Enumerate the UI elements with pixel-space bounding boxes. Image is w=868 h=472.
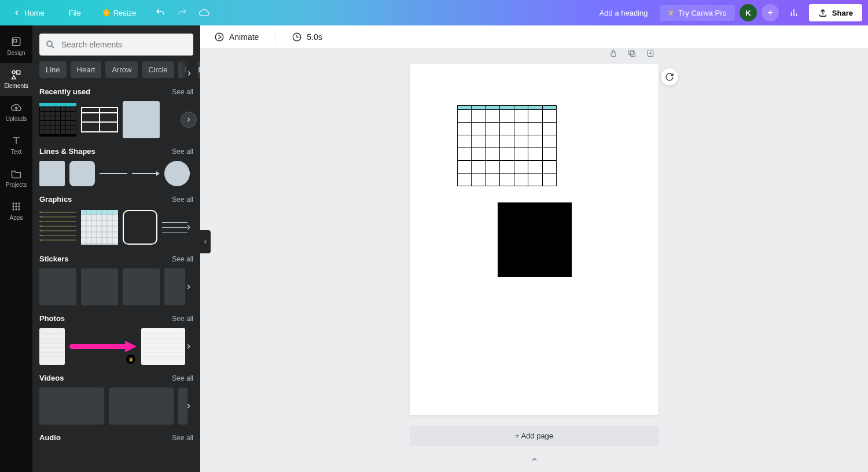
videos-row bbox=[39, 387, 193, 425]
thumb-photo-3[interactable] bbox=[141, 328, 185, 365]
thumb-rounded-frame[interactable] bbox=[123, 210, 157, 245]
try-canva-pro-button[interactable]: ♛ Try Canva Pro bbox=[660, 5, 735, 21]
chip-heart[interactable]: Heart bbox=[71, 61, 102, 78]
thumb-video-2[interactable] bbox=[109, 388, 174, 425]
share-button[interactable]: Share bbox=[809, 4, 862, 21]
photos-more[interactable] bbox=[181, 338, 197, 355]
thumb-notebook-lines[interactable] bbox=[39, 210, 76, 245]
undo-icon bbox=[155, 8, 165, 18]
see-all-photos[interactable]: See all bbox=[172, 315, 193, 323]
add-heading-field[interactable]: Add a heading bbox=[593, 5, 655, 21]
reset-view-button[interactable] bbox=[661, 68, 678, 86]
see-all-videos[interactable]: See all bbox=[172, 374, 193, 382]
thumb-sticker-2[interactable] bbox=[81, 268, 118, 305]
redo-button[interactable] bbox=[172, 2, 193, 23]
design-icon bbox=[10, 36, 22, 47]
new-page-icon[interactable] bbox=[646, 49, 655, 58]
thumb-video-1[interactable] bbox=[39, 388, 104, 425]
element-black-square[interactable] bbox=[498, 202, 572, 277]
thumb-table-4cell[interactable] bbox=[81, 106, 118, 134]
resize-button[interactable]: ✦ Resize bbox=[96, 5, 144, 21]
stage[interactable]: + Add page bbox=[200, 49, 868, 472]
thumb-line[interactable] bbox=[100, 161, 127, 186]
rail-apps-label: Apps bbox=[10, 215, 23, 221]
thumb-calendar-graphic[interactable] bbox=[39, 103, 76, 137]
home-button[interactable]: Home bbox=[6, 5, 52, 21]
svg-point-85 bbox=[41, 239, 42, 241]
animate-button[interactable]: Animate bbox=[208, 28, 264, 46]
add-page-button[interactable]: + Add page bbox=[410, 426, 659, 446]
chip-line[interactable]: Line bbox=[39, 61, 67, 78]
thumb-square-shape[interactable] bbox=[123, 101, 160, 138]
rail-text[interactable]: Text bbox=[0, 129, 32, 162]
search-input-wrapper[interactable] bbox=[39, 34, 193, 56]
svg-rect-21 bbox=[39, 103, 76, 106]
chevron-right-icon bbox=[185, 116, 192, 123]
svg-point-15 bbox=[18, 205, 20, 207]
rail-uploads[interactable]: Uploads bbox=[0, 96, 32, 129]
zoom-handle[interactable]: ⌃ bbox=[530, 456, 539, 469]
thumb-sticker-1[interactable] bbox=[39, 268, 76, 305]
chevron-right-icon bbox=[185, 402, 193, 410]
lock-icon[interactable] bbox=[609, 49, 618, 58]
photos-row: ♛ bbox=[39, 327, 193, 366]
videos-more[interactable] bbox=[181, 398, 197, 414]
thumb-sticker-3[interactable] bbox=[123, 268, 160, 305]
svg-rect-28 bbox=[66, 107, 71, 111]
duration-button[interactable]: 5.0s bbox=[286, 28, 328, 46]
canvas-page[interactable] bbox=[410, 64, 659, 415]
panel-collapse-handle[interactable] bbox=[200, 230, 211, 253]
svg-rect-25 bbox=[50, 107, 55, 111]
rail-design[interactable]: Design bbox=[0, 30, 32, 63]
chevron-right-icon bbox=[185, 342, 193, 351]
svg-rect-32 bbox=[50, 112, 55, 116]
duplicate-icon[interactable] bbox=[627, 49, 637, 58]
section-title: Graphics bbox=[39, 195, 72, 204]
app-body: Design Elements Uploads Text Projects Ap… bbox=[0, 25, 868, 472]
cloud-sync-button[interactable] bbox=[194, 2, 215, 23]
see-all-recently-used[interactable]: See all bbox=[172, 88, 193, 96]
insights-button[interactable] bbox=[784, 2, 804, 23]
see-all-stickers[interactable]: See all bbox=[172, 255, 193, 263]
recently-used-row bbox=[39, 101, 193, 139]
file-menu[interactable]: File bbox=[62, 5, 88, 21]
see-all-graphics[interactable]: See all bbox=[172, 196, 193, 204]
svg-rect-40 bbox=[56, 116, 60, 120]
thumb-arrow-line[interactable] bbox=[132, 161, 160, 186]
recently-used-more[interactable] bbox=[181, 112, 197, 128]
stickers-more[interactable] bbox=[181, 279, 197, 295]
thumb-rounded-square[interactable] bbox=[69, 161, 95, 186]
refresh-icon bbox=[665, 72, 674, 82]
avatar[interactable]: K bbox=[740, 4, 757, 21]
thumb-photo-1[interactable] bbox=[39, 328, 65, 365]
undo-button[interactable] bbox=[150, 2, 171, 23]
lines-shapes-row bbox=[39, 160, 193, 187]
chip-arrow[interactable]: Arrow bbox=[105, 61, 138, 78]
separator bbox=[275, 31, 275, 43]
chips-scroll-right[interactable] bbox=[181, 61, 198, 85]
svg-rect-45 bbox=[45, 121, 50, 125]
add-member-button[interactable]: + bbox=[762, 4, 779, 21]
cloud-upload-icon bbox=[10, 102, 22, 113]
svg-point-12 bbox=[18, 202, 20, 204]
graphics-more[interactable] bbox=[181, 219, 197, 235]
upload-icon bbox=[818, 8, 827, 17]
svg-rect-47 bbox=[56, 121, 60, 125]
rail-apps[interactable]: Apps bbox=[0, 195, 32, 228]
rail-elements[interactable]: Elements bbox=[0, 63, 32, 96]
search-input[interactable] bbox=[61, 40, 187, 49]
rail-projects[interactable]: Projects bbox=[0, 162, 32, 195]
section-title: Photos bbox=[39, 314, 65, 323]
pro-badge-icon: ♛ bbox=[126, 355, 135, 364]
see-all-audio[interactable]: See all bbox=[172, 434, 193, 442]
svg-rect-59 bbox=[45, 130, 50, 134]
thumb-photo-arrow[interactable]: ♛ bbox=[69, 328, 137, 365]
svg-rect-55 bbox=[61, 126, 65, 130]
thumb-calendar-small[interactable] bbox=[81, 210, 118, 245]
lines-shapes-more[interactable] bbox=[181, 165, 197, 182]
chip-circle[interactable]: Circle bbox=[142, 61, 174, 78]
see-all-lines-shapes[interactable]: See all bbox=[172, 148, 193, 156]
element-calendar[interactable] bbox=[457, 105, 557, 186]
svg-rect-118 bbox=[629, 50, 634, 55]
thumb-square[interactable] bbox=[39, 161, 65, 186]
